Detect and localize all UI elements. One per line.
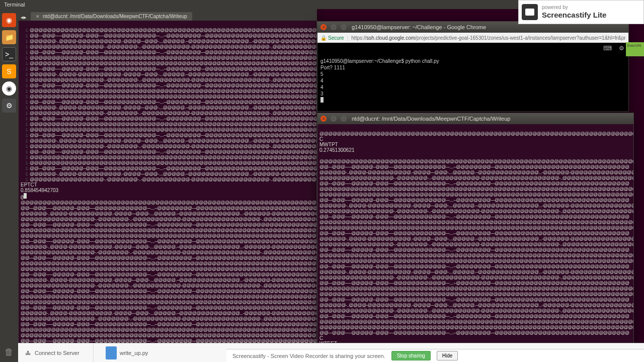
dash-icon[interactable]: ◉ (2, 13, 16, 27)
tab-close-icon[interactable]: ✕ (36, 14, 40, 19)
tab-nav-icon[interactable]: ◂▸ (21, 14, 27, 21)
ascii-line-top: @@@@@@@@@@@@@@@@@@@@@@@@@@@@@@@@@@@@@@@@… (319, 131, 633, 136)
countdown-numbers: 5 4 4 3 (320, 71, 324, 97)
app-title: Terminal (4, 2, 25, 8)
terminal-icon[interactable]: >_ (2, 47, 16, 61)
maximize-icon[interactable]: □ (341, 24, 347, 30)
screencastify-logo-icon (522, 4, 538, 20)
hide-button[interactable]: Hide (437, 351, 458, 360)
file-item[interactable]: write_up.py (106, 346, 148, 359)
green-overlay: 2vecVN (626, 42, 644, 56)
result-score-r1: 0.27451300621 (319, 147, 355, 153)
c-marker-2: C (319, 335, 323, 341)
sublime-icon[interactable]: S (2, 64, 16, 78)
tab-title: ntd@ducnt: /mnt/Data/Downloads/MeepwnCTF… (43, 14, 187, 19)
chrome-icon[interactable]: ◉ (2, 81, 16, 96)
right-titlebar[interactable]: ✕ − □ ntd@ducnt: /mnt/Data/Downloads/Mee… (317, 113, 633, 124)
file-name: write_up.py (120, 350, 148, 356)
ascii-art-top: 1@@@@@@@@@@@@@@@@@@@@@@@@@@@@@@@@@@@@@@@… (21, 28, 316, 182)
terminal-tabbar: ◂▸ ✕ ntd@ducnt: /mnt/Data/Downloads/Meep… (19, 10, 316, 21)
terminal-window-right: ✕ − □ ntd@ducnt: /mnt/Data/Downloads/Mee… (317, 113, 634, 346)
url-text[interactable]: https://ssh.cloud.google.com/projects/pr… (351, 35, 625, 41)
close-icon[interactable]: ✕ (320, 24, 327, 30)
notification-text: Screencastify - Screen Video Recorder is… (232, 353, 385, 359)
lock-icon: 🔒 (320, 35, 327, 41)
stop-sharing-button[interactable]: Stop sharing (391, 351, 431, 360)
network-icon: 🖧 (25, 350, 31, 356)
tool-icon[interactable]: ⚙ (2, 99, 16, 113)
unity-launcher: ◉ 📁 >_ S ◉ ⚙ 🗑 (0, 9, 18, 362)
address-bar[interactable]: 🔒 Secure | https://ssh.cloud.google.com/… (317, 33, 628, 43)
ascii-art-right: @@@@@@@@@@@@@@@@@@@@@@@@@@@@@@@@@@@@@@@@… (319, 159, 633, 335)
c-marker-1: C (319, 136, 323, 142)
trash-icon[interactable]: 🗑 (2, 345, 16, 359)
chrome-title: g1410950@lampserver: ~/Challenge - Googl… (352, 24, 486, 30)
close-icon[interactable]: ✕ (320, 116, 327, 122)
files-icon[interactable]: 📁 (2, 30, 16, 44)
minimize-icon[interactable]: − (331, 24, 337, 30)
ssh-cursor (320, 97, 324, 103)
cursor (24, 193, 27, 199)
ascii-art-bottom: @@@@@@@@@@@@@@@@@@@@@@@@@@@@@@@@@@@@@@@@… (21, 200, 316, 345)
nautilus-sidebar-item[interactable]: 🖧 Connect to Server (18, 343, 94, 362)
terminal-content-left[interactable]: 1@@@@@@@@@@@@@@@@@@@@@@@@@@@@@@@@@@@@@@@… (19, 21, 316, 345)
result-score-1: 0.858454942703 (21, 188, 58, 193)
ssh-terminal[interactable]: ⌨ ⚙ g1410950@lampserver:~/Challenge$ pyt… (317, 43, 628, 111)
ssh-line2: Port? 1111 (320, 65, 345, 70)
result-label-1: EPTCT (21, 182, 37, 188)
maximize-icon[interactable]: □ (341, 116, 347, 122)
terminal-tab[interactable]: ✕ ntd@ducnt: /mnt/Data/Downloads/MeepwnC… (31, 12, 192, 21)
screencastify-small: powered by (542, 5, 568, 10)
ssh-line1: g1410950@lampserver:~/Challenge$ python … (320, 58, 439, 64)
settings-icon[interactable]: ⚙ (619, 45, 624, 53)
minimize-icon[interactable]: − (331, 116, 337, 122)
chrome-window: ✕ − □ g1410950@lampserver: ~/Challenge -… (317, 21, 629, 112)
secure-badge: 🔒 Secure (320, 35, 344, 41)
sharing-notification: Screencastify - Screen Video Recorder is… (226, 349, 644, 362)
right-title: ntd@ducnt: /mnt/Data/Downloads/MeepwnCTF… (352, 116, 510, 122)
result-label-r1: MWTPT (319, 142, 338, 147)
terminal-window-left: ◂▸ ✕ ntd@ducnt: /mnt/Data/Downloads/Meep… (18, 9, 317, 346)
terminal-content-right[interactable]: @@@@@@@@@@@@@@@@@@@@@@@@@@@@@@@@@@@@@@@@… (317, 124, 633, 345)
python-file-icon (106, 346, 117, 359)
keyboard-icon[interactable]: ⌨ (603, 45, 612, 53)
screencastify-badge: powered by Screencastify Lite (518, 0, 644, 24)
screencastify-big: Screencastify Lite (542, 11, 606, 19)
